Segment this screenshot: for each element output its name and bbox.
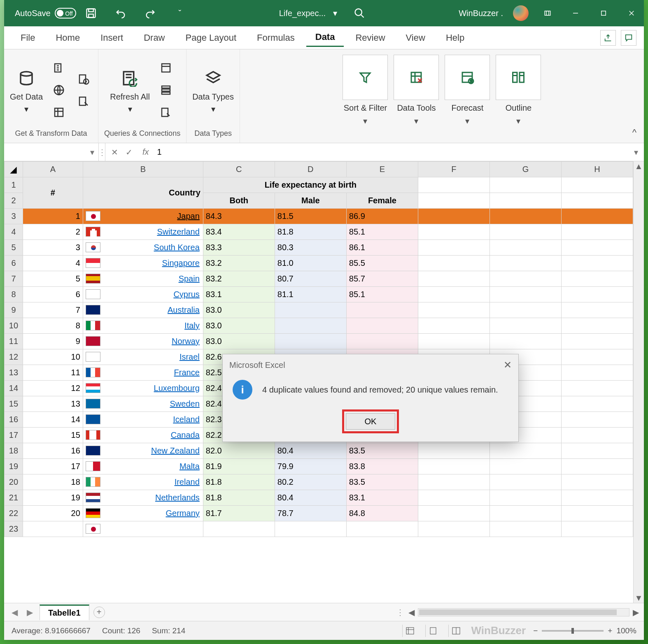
table-row[interactable]: 1816New Zealand82.080.483.5: [5, 443, 633, 459]
flag-icon: [86, 321, 100, 330]
tab-help[interactable]: Help: [437, 29, 473, 46]
zoom-slider[interactable]: −+ 100%: [533, 626, 636, 635]
watermark: WinBuzzer: [471, 624, 526, 637]
collapse-ribbon-icon[interactable]: ^: [632, 127, 636, 138]
toggle-switch[interactable]: Off: [55, 8, 76, 19]
minimize-icon[interactable]: [566, 4, 585, 22]
save-icon[interactable]: [82, 4, 100, 22]
flag-icon: [86, 305, 100, 315]
flag-icon: [86, 477, 100, 487]
ribbon: Get Data ▾ Get & Transform Data: [4, 49, 644, 143]
tab-draw[interactable]: Draw: [135, 29, 174, 46]
cancel-icon[interactable]: ✕: [111, 147, 118, 157]
flag-icon: [86, 367, 100, 377]
col-E[interactable]: E: [346, 162, 418, 177]
svg-rect-23: [162, 89, 170, 91]
tab-formulas[interactable]: Formulas: [248, 29, 304, 46]
col-C[interactable]: C: [203, 162, 275, 177]
select-all[interactable]: ◢: [5, 162, 23, 177]
svg-text:?: ?: [470, 79, 472, 83]
search-icon[interactable]: [350, 4, 368, 22]
file-name[interactable]: Life_expec...: [279, 9, 326, 18]
excel-window: AutoSave Off ˇ Life_expec... ▾ WinBuzzer…: [4, 0, 644, 640]
svg-rect-13: [55, 108, 63, 116]
qat-dropdown-icon[interactable]: ˇ: [171, 4, 189, 22]
col-B[interactable]: B: [83, 162, 203, 177]
from-text-icon[interactable]: [50, 59, 68, 77]
data-types-button[interactable]: Data Types ▾: [192, 67, 234, 114]
flag-icon: [86, 242, 100, 252]
table-row[interactable]: 108Italy83.0: [5, 318, 633, 334]
table-row[interactable]: 2119Netherlands81.880.483.1: [5, 490, 633, 506]
col-A[interactable]: A: [23, 162, 83, 177]
table-row[interactable]: 2018Ireland81.880.283.5: [5, 474, 633, 490]
connections-icon[interactable]: [75, 93, 92, 110]
table-row[interactable]: 31Japan84.381.586.9: [5, 209, 633, 224]
queries-pane-icon[interactable]: [157, 59, 175, 77]
tab-file[interactable]: File: [12, 29, 44, 46]
tab-insert[interactable]: Insert: [91, 29, 132, 46]
maximize-icon[interactable]: [594, 4, 613, 22]
user-name[interactable]: WinBuzzer .: [459, 9, 503, 18]
flag-icon: [86, 211, 100, 221]
new-sheet-icon[interactable]: +: [93, 607, 105, 618]
sort-filter-button[interactable]: [343, 55, 388, 100]
table-row[interactable]: 53South Korea83.380.386.1: [5, 240, 633, 256]
svg-rect-35: [513, 72, 517, 82]
redo-icon[interactable]: [141, 4, 159, 22]
outline-button[interactable]: [496, 55, 541, 100]
data-tools-button[interactable]: [394, 55, 439, 100]
info-icon: i: [233, 380, 252, 400]
from-table-icon[interactable]: [50, 104, 68, 121]
autosave-toggle[interactable]: AutoSave Off: [15, 8, 76, 19]
from-web-icon[interactable]: [50, 81, 68, 99]
ribbon-mode-icon[interactable]: [538, 4, 557, 22]
table-row[interactable]: 64Singapore83.281.085.5: [5, 256, 633, 271]
share-icon[interactable]: [600, 30, 616, 46]
prev-sheet-icon[interactable]: ◀: [9, 607, 20, 617]
undo-icon[interactable]: [112, 4, 130, 22]
dialog-close-icon[interactable]: ✕: [503, 359, 512, 371]
formula-input[interactable]: [153, 147, 628, 157]
fx-icon[interactable]: fx: [138, 147, 153, 157]
next-sheet-icon[interactable]: ▶: [24, 607, 35, 617]
tab-page-layout[interactable]: Page Layout: [177, 29, 246, 46]
properties-icon[interactable]: [157, 81, 175, 99]
col-F[interactable]: F: [418, 162, 489, 177]
page-layout-icon[interactable]: [425, 625, 441, 637]
table-row[interactable]: 119Norway83.0: [5, 334, 633, 349]
vertical-scrollbar[interactable]: ▲▼: [633, 161, 644, 603]
enter-icon[interactable]: ✓: [126, 147, 133, 157]
horizontal-scrollbar[interactable]: ◀▶: [408, 607, 639, 617]
table-row[interactable]: 75Spain83.280.785.7: [5, 271, 633, 287]
expand-formula-icon[interactable]: ▾: [628, 147, 644, 157]
ok-button[interactable]: OK: [346, 413, 395, 430]
tab-view[interactable]: View: [397, 29, 434, 46]
page-break-icon[interactable]: [448, 625, 464, 637]
col-H[interactable]: H: [561, 162, 633, 177]
forecast-button[interactable]: ?: [445, 55, 490, 100]
get-data-button[interactable]: Get Data ▾: [10, 67, 43, 114]
table-row[interactable]: 2220Germany81.778.784.8: [5, 506, 633, 521]
tab-data[interactable]: Data: [306, 28, 344, 47]
table-row[interactable]: 97Australia83.0: [5, 302, 633, 318]
tab-review[interactable]: Review: [346, 29, 394, 46]
tab-home[interactable]: Home: [47, 29, 89, 46]
group-queries: Refresh All ▾ Queries & Connections: [98, 49, 186, 143]
edit-links-icon[interactable]: [157, 104, 175, 121]
user-avatar-icon[interactable]: [513, 5, 529, 21]
name-box[interactable]: ▾: [4, 143, 99, 161]
normal-view-icon[interactable]: [402, 625, 418, 637]
table-row[interactable]: 42Switzerland83.481.885.1: [5, 224, 633, 240]
refresh-all-button[interactable]: Refresh All ▾: [110, 67, 150, 114]
recent-icon[interactable]: [75, 70, 92, 88]
flag-icon: [86, 446, 100, 456]
comments-icon[interactable]: [621, 30, 636, 46]
spreadsheet[interactable]: ◢ABCDEFGH 1#CountryLife expectancy at bi…: [4, 161, 633, 537]
close-icon[interactable]: [622, 4, 641, 22]
sheet-tab[interactable]: Tabelle1: [40, 604, 89, 620]
table-row[interactable]: 1917Malta81.979.983.8: [5, 459, 633, 474]
table-row[interactable]: 86Cyprus83.181.185.1: [5, 287, 633, 302]
col-G[interactable]: G: [489, 162, 561, 177]
col-D[interactable]: D: [275, 162, 346, 177]
